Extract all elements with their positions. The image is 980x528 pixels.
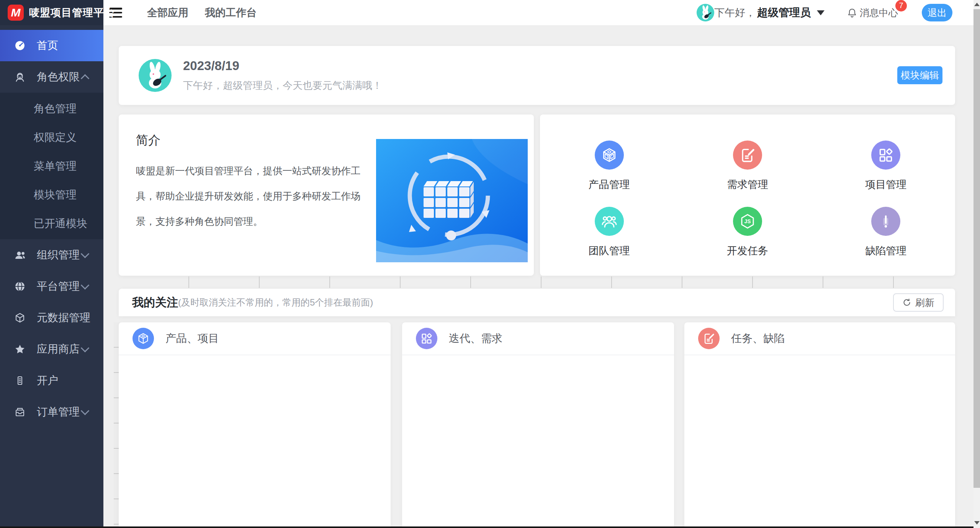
- module-label: 团队管理: [589, 244, 630, 258]
- sidebar-item-role-management[interactable]: 角色管理: [0, 94, 103, 123]
- window-bottom-edge: [0, 526, 980, 528]
- sidebar-item-label: 开户: [37, 373, 58, 388]
- topbar-right: 下午好， 超级管理员 消息中心 7 退出: [689, 4, 952, 21]
- rabbit-guitar-avatar: [697, 4, 714, 21]
- sidebar-item-module-management[interactable]: 模块管理: [0, 180, 103, 209]
- cube-3d-icon: [133, 328, 154, 349]
- sidebar: M 唛盟项目管理平台 首页 角色权限: [0, 0, 103, 528]
- follow-card-title: 迭代、需求: [449, 331, 502, 346]
- bell-icon: [847, 7, 857, 18]
- edit-document-icon: [698, 328, 720, 349]
- edit-document-icon: [733, 141, 762, 170]
- chevron-down-icon: [81, 407, 90, 415]
- team-people-icon: [595, 207, 624, 236]
- scrollbar-thumb[interactable]: [973, 9, 980, 488]
- caret-down-icon: [817, 10, 825, 15]
- greeting-prefix: 下午好，: [714, 6, 756, 20]
- sidebar-item-permission-definition[interactable]: 权限定义: [0, 123, 103, 152]
- module-label: 缺陷管理: [865, 244, 906, 258]
- follow-card-body: [684, 355, 955, 528]
- message-center[interactable]: 消息中心 7: [847, 7, 898, 19]
- scroll-up-arrow[interactable]: [973, 0, 980, 8]
- user-menu[interactable]: 下午好， 超级管理员: [697, 4, 825, 21]
- rabbit-guitar-avatar: [139, 59, 172, 92]
- banner-date: 2023/8/19: [183, 59, 382, 73]
- nav-my-workspace[interactable]: 我的工作台: [205, 6, 257, 20]
- grid-column-guides: [119, 276, 955, 288]
- sidebar-item-label: 首页: [37, 38, 58, 53]
- refresh-icon: [902, 298, 911, 307]
- follow-card-body: [402, 355, 674, 528]
- scroll-down-arrow[interactable]: [973, 518, 980, 527]
- grid-components-icon: [871, 141, 900, 170]
- sidebar-submenu-role-permissions: 角色管理 权限定义 菜单管理 模块管理 已开通模块: [0, 93, 103, 239]
- logout-button[interactable]: 退出: [922, 4, 952, 21]
- cube-3d-icon: [595, 141, 624, 170]
- sidebar-item-menu-management[interactable]: 菜单管理: [0, 152, 103, 180]
- intro-card: 简介 唛盟是新一代项目管理平台，提供一站式研发协作工具，帮助企业提升研发效能，使…: [119, 114, 534, 276]
- sidebar-item-metadata[interactable]: 元数据管理: [0, 302, 103, 333]
- module-defect-management[interactable]: 缺陷管理: [817, 207, 955, 258]
- follow-card-header[interactable]: 迭代、需求: [402, 322, 674, 355]
- role-user-icon: [14, 71, 26, 83]
- sidebar-item-platform[interactable]: 平台管理: [0, 271, 103, 302]
- module-project-management[interactable]: 项目管理: [817, 141, 955, 191]
- nav-all-apps[interactable]: 全部应用: [147, 6, 188, 20]
- message-badge: 7: [895, 0, 907, 11]
- sidebar-item-home[interactable]: 首页: [0, 30, 103, 61]
- module-label: 需求管理: [727, 178, 768, 191]
- sidebar-item-organization[interactable]: 组织管理: [0, 239, 103, 271]
- sidebar-item-app-store[interactable]: 应用商店: [0, 333, 103, 365]
- follow-card-title: 任务、缺陷: [731, 331, 785, 346]
- js-text: JS: [744, 219, 751, 224]
- globe-icon: [14, 281, 26, 292]
- module-team-management[interactable]: 团队管理: [540, 207, 678, 258]
- sidebar-menu: 首页 角色权限 角色管理 权限定义 菜单管理 模块管理 已开通模块: [0, 25, 103, 428]
- refresh-label: 刷新: [915, 296, 934, 309]
- follow-card-body: [119, 355, 391, 528]
- follow-card-title: 产品、项目: [165, 331, 219, 346]
- sidebar-item-label: 应用商店: [37, 342, 80, 356]
- chevron-down-icon: [81, 344, 90, 353]
- exclamation-icon: [871, 207, 900, 236]
- sidebar-item-label: 角色权限: [37, 70, 80, 84]
- js-hexagon-icon: JS: [733, 207, 762, 236]
- dashboard-icon: [14, 40, 26, 51]
- sidebar-item-activated-modules[interactable]: 已开通模块: [0, 209, 103, 238]
- modules-row: 团队管理 JS 开发任务 缺陷管理: [540, 207, 955, 258]
- module-product-management[interactable]: 产品管理: [540, 141, 678, 191]
- sidebar-item-orders[interactable]: 订单管理: [0, 396, 103, 428]
- welcome-banner: 2023/8/19 下午好，超级管理员，今天也要元气满满哦！ 模块编辑: [119, 46, 955, 105]
- vertical-scrollbar[interactable]: [973, 0, 980, 528]
- module-label: 产品管理: [589, 178, 630, 191]
- module-requirement-management[interactable]: 需求管理: [678, 141, 816, 191]
- app-logo-row: M 唛盟项目管理平台: [0, 0, 103, 25]
- server-icon: [14, 375, 26, 386]
- follow-card-header[interactable]: 任务、缺陷: [684, 322, 955, 355]
- sidebar-item-open-account[interactable]: 开户: [0, 365, 103, 396]
- follow-card-header[interactable]: 产品、项目: [119, 322, 391, 355]
- sidebar-item-role-permissions[interactable]: 角色权限: [0, 61, 103, 93]
- follow-card-iterations-requirements: 迭代、需求: [402, 322, 674, 528]
- sidebar-item-label: 组织管理: [37, 248, 80, 262]
- module-label: 开发任务: [727, 244, 768, 258]
- sidebar-item-label: 订单管理: [37, 405, 80, 419]
- platform-illustration: [376, 139, 528, 262]
- follow-card-products-projects: 产品、项目: [119, 322, 391, 528]
- chevron-down-icon: [81, 250, 90, 258]
- follow-note: (及时取消关注不常用的，常用的5个排在最前面): [178, 296, 373, 309]
- module-dev-tasks[interactable]: JS 开发任务: [678, 207, 816, 258]
- app-title: 唛盟项目管理平台: [29, 6, 115, 20]
- modules-row: 产品管理 需求管理 项目管理: [540, 141, 955, 191]
- cube-outline-icon: [14, 312, 26, 324]
- module-edit-button[interactable]: 模块编辑: [897, 66, 942, 84]
- intro-description: 唛盟是新一代项目管理平台，提供一站式研发协作工具，帮助企业提升研发效能，使用于多…: [136, 158, 371, 234]
- follow-section-header: 我的关注 (及时取消关注不常用的，常用的5个排在最前面) 刷新: [119, 289, 955, 316]
- module-label: 项目管理: [865, 178, 906, 191]
- app-logo: M: [8, 5, 24, 21]
- modules-card: 产品管理 需求管理 项目管理: [540, 114, 955, 276]
- refresh-button[interactable]: 刷新: [893, 293, 944, 312]
- topbar: 全部应用 我的工作台 下午好， 超级管理员: [103, 0, 973, 26]
- archive-icon: [14, 406, 26, 418]
- people-icon: [14, 249, 26, 261]
